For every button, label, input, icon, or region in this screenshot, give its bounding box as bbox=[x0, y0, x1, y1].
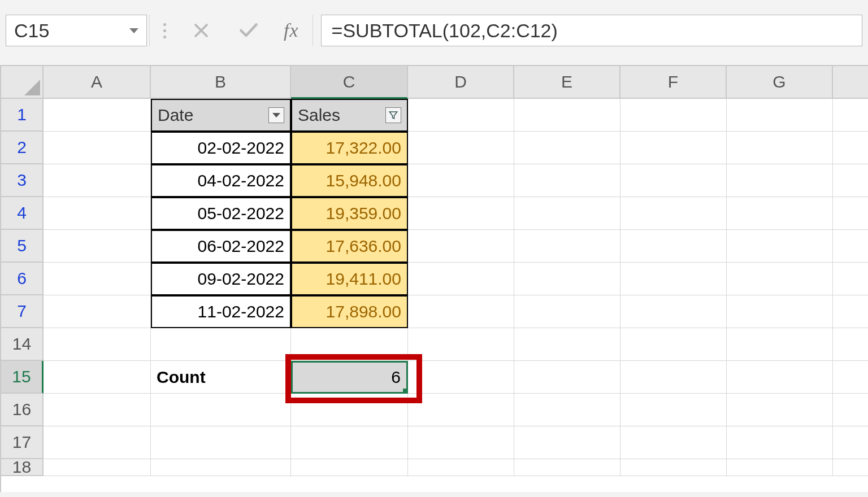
cell-G18[interactable] bbox=[727, 459, 833, 476]
col-header-end[interactable] bbox=[833, 66, 868, 99]
cell-C14[interactable] bbox=[291, 328, 408, 361]
cell-B14[interactable] bbox=[151, 328, 291, 361]
cell-A7[interactable] bbox=[44, 295, 151, 328]
cell-A18[interactable] bbox=[44, 459, 151, 476]
cell-G14[interactable] bbox=[727, 328, 833, 361]
cell-end5[interactable] bbox=[833, 230, 868, 263]
fx-button[interactable]: fx bbox=[284, 20, 299, 41]
row-header-4[interactable]: 4 bbox=[1, 197, 44, 230]
cell-E16[interactable] bbox=[514, 394, 620, 426]
cell-F14[interactable] bbox=[620, 328, 727, 361]
cell-B6[interactable]: 09-02-2022 bbox=[151, 263, 291, 295]
cell-C15-selected[interactable]: 6 bbox=[291, 361, 408, 394]
cell-E18[interactable] bbox=[514, 459, 620, 476]
cell-B7[interactable]: 11-02-2022 bbox=[151, 295, 291, 328]
table-header-date[interactable]: Date bbox=[151, 99, 291, 132]
formula-input[interactable]: =SUBTOTAL(102,C2:C12) bbox=[321, 15, 862, 46]
cell-A16[interactable] bbox=[44, 394, 151, 426]
cell-G6[interactable] bbox=[727, 263, 833, 295]
row-header-3[interactable]: 3 bbox=[1, 164, 44, 197]
cell-F5[interactable] bbox=[620, 230, 727, 263]
row-header-14[interactable]: 14 bbox=[1, 328, 44, 361]
row-header-1[interactable]: 1 bbox=[1, 99, 44, 132]
cell-C18[interactable] bbox=[291, 459, 408, 476]
cell-E5[interactable] bbox=[514, 230, 620, 263]
row-header-18[interactable]: 18 bbox=[1, 459, 44, 476]
row-header-17[interactable]: 17 bbox=[1, 426, 44, 459]
cell-A14[interactable] bbox=[44, 328, 151, 361]
cell-G17[interactable] bbox=[727, 426, 833, 459]
worksheet-grid[interactable]: A B C D E F G 1 Date Sales 2 02-02-2022 … bbox=[0, 65, 868, 492]
cell-A15[interactable] bbox=[44, 361, 151, 394]
col-header-E[interactable]: E bbox=[514, 66, 620, 99]
cell-end15[interactable] bbox=[833, 361, 868, 394]
row-header-6[interactable]: 6 bbox=[1, 263, 44, 295]
col-header-A[interactable]: A bbox=[44, 66, 151, 99]
cell-end17[interactable] bbox=[833, 426, 868, 459]
drag-handle-icon[interactable] bbox=[163, 23, 166, 38]
cell-F2[interactable] bbox=[620, 132, 727, 164]
cell-end1[interactable] bbox=[833, 99, 868, 132]
cell-D17[interactable] bbox=[408, 426, 514, 459]
cell-end4[interactable] bbox=[833, 197, 868, 230]
cell-D7[interactable] bbox=[408, 295, 514, 328]
row-header-16[interactable]: 16 bbox=[1, 394, 44, 426]
table-header-sales[interactable]: Sales bbox=[291, 99, 408, 132]
cell-C7[interactable]: 17,898.00 bbox=[291, 295, 408, 328]
cell-B2[interactable]: 02-02-2022 bbox=[151, 132, 291, 164]
cell-G16[interactable] bbox=[727, 394, 833, 426]
cell-C17[interactable] bbox=[291, 426, 408, 459]
cell-G1[interactable] bbox=[727, 99, 833, 132]
cell-F17[interactable] bbox=[620, 426, 727, 459]
cell-D16[interactable] bbox=[408, 394, 514, 426]
cell-A5[interactable] bbox=[44, 230, 151, 263]
cell-E7[interactable] bbox=[514, 295, 620, 328]
cell-B4[interactable]: 05-02-2022 bbox=[151, 197, 291, 230]
cell-B18[interactable] bbox=[151, 459, 291, 476]
col-header-C[interactable]: C bbox=[291, 66, 408, 99]
cell-end6[interactable] bbox=[833, 263, 868, 295]
cell-F15[interactable] bbox=[620, 361, 727, 394]
cell-B5[interactable]: 06-02-2022 bbox=[151, 230, 291, 263]
cell-E14[interactable] bbox=[514, 328, 620, 361]
cell-D4[interactable] bbox=[408, 197, 514, 230]
cell-G2[interactable] bbox=[727, 132, 833, 164]
cell-end18[interactable] bbox=[833, 459, 868, 476]
cell-end3[interactable] bbox=[833, 164, 868, 197]
cell-D15[interactable] bbox=[408, 361, 514, 394]
cell-D18[interactable] bbox=[408, 459, 514, 476]
cell-C5[interactable]: 17,636.00 bbox=[291, 230, 408, 263]
cell-B15[interactable]: Count bbox=[151, 361, 291, 394]
cell-B16[interactable] bbox=[151, 394, 291, 426]
cell-D1[interactable] bbox=[408, 99, 514, 132]
cell-end2[interactable] bbox=[833, 132, 868, 164]
filter-active-button-sales[interactable] bbox=[385, 107, 401, 123]
cell-C6[interactable]: 19,411.00 bbox=[291, 263, 408, 295]
row-header-5[interactable]: 5 bbox=[1, 230, 44, 263]
cell-F18[interactable] bbox=[620, 459, 727, 476]
cell-F1[interactable] bbox=[620, 99, 727, 132]
row-header-7[interactable]: 7 bbox=[1, 295, 44, 328]
cell-F7[interactable] bbox=[620, 295, 727, 328]
cell-E17[interactable] bbox=[514, 426, 620, 459]
cell-D5[interactable] bbox=[408, 230, 514, 263]
row-header-2[interactable]: 2 bbox=[1, 132, 44, 164]
cell-E4[interactable] bbox=[514, 197, 620, 230]
col-header-G[interactable]: G bbox=[727, 66, 833, 99]
cell-F4[interactable] bbox=[620, 197, 727, 230]
cell-D2[interactable] bbox=[408, 132, 514, 164]
cell-D14[interactable] bbox=[408, 328, 514, 361]
cell-C2[interactable]: 17,322.00 bbox=[291, 132, 408, 164]
cell-D6[interactable] bbox=[408, 263, 514, 295]
cell-A3[interactable] bbox=[44, 164, 151, 197]
cell-G15[interactable] bbox=[727, 361, 833, 394]
row-header-15[interactable]: 15 bbox=[1, 361, 44, 394]
cell-D3[interactable] bbox=[408, 164, 514, 197]
enter-button[interactable] bbox=[236, 18, 261, 43]
cell-F6[interactable] bbox=[620, 263, 727, 295]
filter-button-date[interactable] bbox=[268, 107, 284, 123]
cell-E15[interactable] bbox=[514, 361, 620, 394]
cell-C16[interactable] bbox=[291, 394, 408, 426]
name-box[interactable]: C15 bbox=[6, 15, 147, 46]
cell-C4[interactable]: 19,359.00 bbox=[291, 197, 408, 230]
